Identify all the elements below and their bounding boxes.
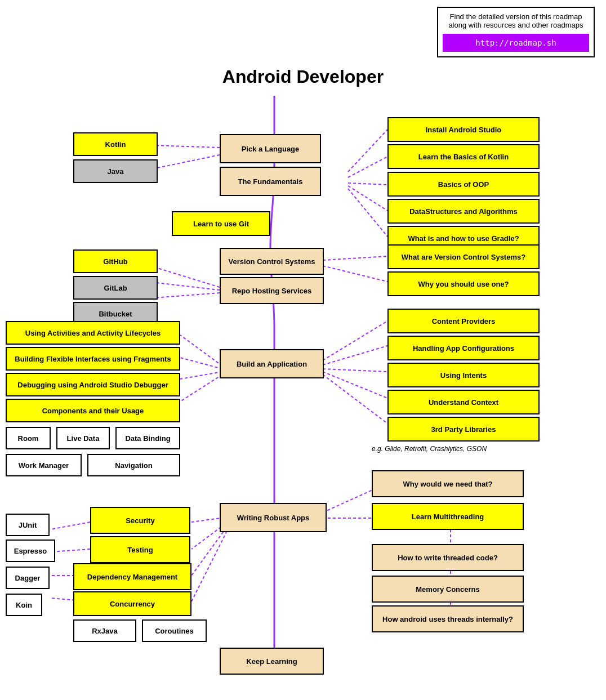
databinding-node: Data Binding — [115, 427, 180, 449]
svg-line-0 — [152, 145, 220, 148]
activities-node: Using Activities and Activity Lifecycles — [6, 321, 180, 345]
svg-line-15 — [180, 372, 222, 379]
room-node: Room — [6, 427, 51, 449]
learn-kotlin-node: Learn the Basics of Kotlin — [387, 144, 540, 169]
svg-line-21 — [323, 374, 387, 423]
svg-line-25 — [191, 527, 229, 601]
navigation-node: Navigation — [87, 454, 180, 476]
repo-hosting-node: Repo Hosting Services — [220, 277, 324, 304]
understand-context-node: Understand Context — [387, 390, 540, 414]
svg-line-1 — [152, 155, 220, 169]
svg-line-16 — [180, 374, 222, 402]
learn-multithreading-node: Learn Multithreading — [372, 503, 524, 530]
svg-line-26 — [51, 522, 90, 529]
components-node: Components and their Usage — [6, 399, 180, 422]
android-threads-node: How android uses threads internally? — [372, 605, 524, 632]
handling-app-node: Handling App Configurations — [387, 336, 540, 360]
threaded-code-node: How to write threaded code? — [372, 544, 524, 571]
fragments-node: Building Flexible Interfaces using Fragm… — [6, 347, 180, 371]
gitlab-node: GitLab — [73, 276, 158, 300]
why-vcs-node: Why you should use one? — [387, 271, 540, 296]
svg-line-18 — [323, 346, 387, 365]
workmanager-node: Work Manager — [6, 454, 82, 476]
svg-line-8 — [323, 256, 387, 260]
coroutines-node: Coroutines — [142, 619, 207, 642]
svg-line-19 — [323, 369, 387, 372]
espresso-node: Espresso — [6, 540, 55, 562]
concurrency-node: Concurrency — [73, 591, 191, 616]
memory-concerns-node: Memory Concerns — [372, 576, 524, 603]
svg-line-6 — [348, 189, 387, 237]
keep-learning-node: Keep Learning — [220, 648, 324, 675]
testing-node: Testing — [90, 536, 190, 563]
svg-line-3 — [348, 157, 387, 177]
writing-robust-node: Writing Robust Apps — [220, 503, 327, 532]
svg-line-5 — [348, 186, 387, 211]
koin-node: Koin — [6, 594, 42, 616]
svg-line-9 — [323, 266, 387, 282]
vcs-node: Version Control Systems — [220, 248, 324, 275]
content-providers-node: Content Providers — [387, 309, 540, 333]
svg-line-13 — [180, 335, 222, 366]
svg-line-14 — [180, 358, 222, 369]
security-node: Security — [90, 507, 190, 534]
svg-line-17 — [323, 321, 387, 360]
using-intents-node: Using Intents — [387, 363, 540, 387]
page-title: Android Developer — [0, 66, 606, 87]
data-structures-node: DataStructures and Algorithms — [387, 199, 540, 224]
livedata-node: Live Data — [56, 427, 110, 449]
svg-line-20 — [323, 372, 387, 398]
info-box: Find the detailed version of this roadma… — [437, 7, 595, 57]
install-android-node: Install Android Studio — [387, 117, 540, 142]
dagger-node: Dagger — [6, 567, 50, 589]
svg-line-4 — [348, 183, 387, 185]
kotlin-node: Kotlin — [73, 132, 158, 156]
third-party-note: e.g. Glide, Retrofit, Crashlytics, GSON — [372, 445, 487, 453]
info-box-text: Find the detailed version of this roadma… — [443, 12, 589, 29]
svg-line-2 — [348, 130, 387, 172]
basics-oop-node: Basics of OOP — [387, 172, 540, 197]
info-box-link[interactable]: http://roadmap.sh — [443, 34, 589, 52]
dependency-node: Dependency Management — [73, 563, 191, 590]
learn-git-node: Learn to use Git — [172, 211, 270, 236]
github-node: GitHub — [73, 249, 158, 273]
debugging-node: Debugging using Android Studio Debugger — [6, 373, 180, 396]
build-app-node: Build an Application — [220, 349, 324, 378]
java-node: Java — [73, 159, 158, 183]
junit-node: JUnit — [6, 514, 50, 536]
svg-line-27 — [51, 549, 90, 552]
what-vcs-node: What are Version Control Systems? — [387, 244, 540, 269]
third-party-node: 3rd Party Libraries — [387, 417, 540, 442]
why-need-node: Why would we need that? — [372, 470, 524, 497]
fundamentals-node: The Fundamentals — [220, 167, 321, 196]
pick-language-node: Pick a Language — [220, 134, 321, 163]
rxjava-node: RxJava — [73, 619, 136, 642]
